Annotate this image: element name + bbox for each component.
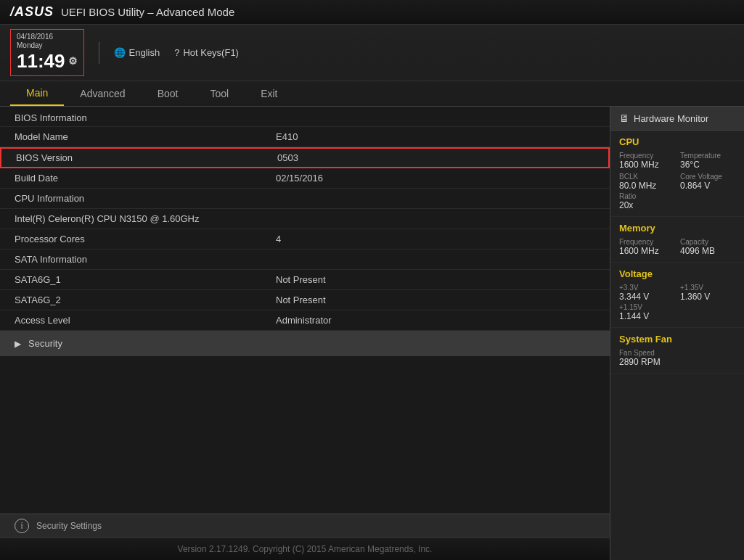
access-level-value: Administrator xyxy=(276,315,595,326)
settings-icon[interactable]: ⚙ xyxy=(68,55,78,67)
title-bar: /ASUS UEFI BIOS Utility – Advanced Mode xyxy=(0,0,744,25)
hw-mem-freq-label: Frequency xyxy=(619,238,674,246)
bios-info-header: BIOS Information xyxy=(0,107,610,127)
hw-cpu-section: CPU Frequency 1600 MHz Temperature 36°C … xyxy=(610,131,744,217)
table-row: SATA6G_1 Not Present xyxy=(0,270,610,290)
hw-cpu-title: CPU xyxy=(619,136,735,147)
hw-bclk-value: 80.0 MHz xyxy=(619,181,674,191)
language-button[interactable]: 🌐 English xyxy=(114,47,160,58)
hw-voltage-section: Voltage +3.3V 3.344 V +1.35V 1.360 V +1.… xyxy=(610,263,744,328)
hw-v135-value: 1.360 V xyxy=(680,292,735,302)
table-row: Processor Cores 4 xyxy=(0,229,610,250)
monitor-icon: 🖥 xyxy=(619,112,629,124)
bios-version-row: BIOS Version 0503 xyxy=(0,147,610,168)
hotkeys-button[interactable]: ? Hot Keys(F1) xyxy=(174,47,239,58)
status-text: Security Settings xyxy=(36,521,102,531)
hw-v135-label: +1.35V xyxy=(680,284,735,292)
datetime-block: 04/18/2016Monday 11:49 ⚙ xyxy=(10,29,84,76)
sata1-value: Not Present xyxy=(276,274,595,285)
hotkeys-label: Hot Keys(F1) xyxy=(183,47,239,58)
hw-item: +3.3V 3.344 V xyxy=(619,284,674,302)
access-level-label: Access Level xyxy=(15,315,276,326)
hw-item: +1.15V 1.144 V xyxy=(619,303,735,321)
hw-monitor-title: 🖥 Hardware Monitor xyxy=(610,107,744,131)
info-icon: i xyxy=(15,519,29,533)
sata1-label: SATA6G_1 xyxy=(15,274,276,285)
processor-cores-value: 4 xyxy=(276,234,595,244)
processor-cores-label: Processor Cores xyxy=(15,234,276,244)
hw-item: Frequency 1600 MHz xyxy=(619,238,674,256)
hw-corevolt-label: Core Voltage xyxy=(680,173,735,181)
nav-boot[interactable]: Boot xyxy=(142,82,195,105)
divider xyxy=(99,42,99,64)
question-icon: ? xyxy=(174,47,179,58)
hw-v33-label: +3.3V xyxy=(619,284,674,292)
hw-mem-freq-value: 1600 MHz xyxy=(619,246,674,256)
hw-corevolt-value: 0.864 V xyxy=(680,181,735,191)
hw-item: Frequency 1600 MHz xyxy=(619,152,674,170)
hw-item: Core Voltage 0.864 V xyxy=(680,173,735,191)
bios-info-label: BIOS Information xyxy=(15,112,276,123)
hw-item: +1.35V 1.360 V xyxy=(680,284,735,302)
hw-capacity-label: Capacity xyxy=(680,238,735,246)
footer-text: Version 2.17.1249. Copyright (C) 2015 Am… xyxy=(178,544,433,554)
hw-v115-label: +1.15V xyxy=(619,303,735,311)
hw-capacity-value: 4096 MB xyxy=(680,246,735,256)
table-row: SATA6G_2 Not Present xyxy=(0,290,610,310)
hw-ratio-value: 20x xyxy=(619,200,735,210)
hw-v115-value: 1.144 V xyxy=(619,311,735,321)
status-bar: i Security Settings xyxy=(0,514,610,538)
model-name-label: Model Name xyxy=(15,131,276,142)
hw-fan-title: System Fan xyxy=(619,334,735,345)
bios-table: BIOS Information Model Name E410 BIOS Ve… xyxy=(0,107,610,514)
sata-info-label: SATA Information xyxy=(15,254,276,265)
security-label: Security xyxy=(28,338,62,349)
hw-fan-section: System Fan Fan Speed 2890 RPM xyxy=(610,328,744,374)
table-row: Intel(R) Celeron(R) CPU N3150 @ 1.60GHz xyxy=(0,209,610,229)
language-label: English xyxy=(129,47,160,58)
hw-bclk-label: BCLK xyxy=(619,173,674,181)
hw-item: BCLK 80.0 MHz xyxy=(619,173,674,191)
time-display: 11:49 xyxy=(17,50,65,73)
nav-exit[interactable]: Exit xyxy=(245,82,293,105)
hw-v33-value: 3.344 V xyxy=(619,292,674,302)
footer: Version 2.17.1249. Copyright (C) 2015 Am… xyxy=(0,538,610,560)
build-date-value: 02/15/2016 xyxy=(276,173,595,184)
table-row: CPU Information xyxy=(0,189,610,209)
hw-memory-section: Memory Frequency 1600 MHz Capacity 4096 … xyxy=(610,217,744,263)
nav-tool[interactable]: Tool xyxy=(194,82,245,105)
hw-monitor-label: Hardware Monitor xyxy=(634,113,708,124)
hardware-monitor-panel: 🖥 Hardware Monitor CPU Frequency 1600 MH… xyxy=(610,107,744,560)
security-row[interactable]: ▶ Security xyxy=(0,331,610,356)
page-title: UEFI BIOS Utility – Advanced Mode xyxy=(61,6,234,18)
hw-item: Fan Speed 2890 RPM xyxy=(619,349,735,367)
header: 04/18/2016Monday 11:49 ⚙ 🌐 English ? Hot… xyxy=(0,25,744,107)
cpu-info-label: CPU Information xyxy=(15,193,276,204)
hw-voltage-title: Voltage xyxy=(619,268,735,279)
sata2-label: SATA6G_2 xyxy=(15,295,276,305)
hw-temp-value: 36°C xyxy=(680,160,735,170)
table-row: Build Date 02/15/2016 xyxy=(0,168,610,189)
nav-main[interactable]: Main xyxy=(10,81,64,106)
nav-advanced[interactable]: Advanced xyxy=(64,82,141,105)
model-name-value: E410 xyxy=(276,131,595,142)
nav-bar: Main Advanced Boot Tool Exit xyxy=(0,81,744,106)
bios-version-value: 0503 xyxy=(277,152,594,163)
cpu-name-label: Intel(R) Celeron(R) CPU N3150 @ 1.60GHz xyxy=(15,213,595,224)
hw-fan-speed-label: Fan Speed xyxy=(619,349,735,357)
globe-icon: 🌐 xyxy=(114,47,126,58)
table-row: Model Name E410 xyxy=(0,127,610,147)
hw-fan-speed-value: 2890 RPM xyxy=(619,357,735,367)
arrow-right-icon: ▶ xyxy=(15,339,21,349)
bios-version-label: BIOS Version xyxy=(16,152,277,163)
hw-freq-label: Frequency xyxy=(619,152,674,160)
hw-freq-value: 1600 MHz xyxy=(619,160,674,170)
table-row: SATA Information xyxy=(0,250,610,270)
asus-logo: /ASUS xyxy=(10,4,54,20)
hw-temp-label: Temperature xyxy=(680,152,735,160)
hw-memory-title: Memory xyxy=(619,223,735,234)
build-date-label: Build Date xyxy=(15,173,276,184)
date-display: 04/18/2016Monday xyxy=(17,33,78,50)
hw-item: Temperature 36°C xyxy=(680,152,735,170)
table-row: Access Level Administrator xyxy=(0,310,610,331)
